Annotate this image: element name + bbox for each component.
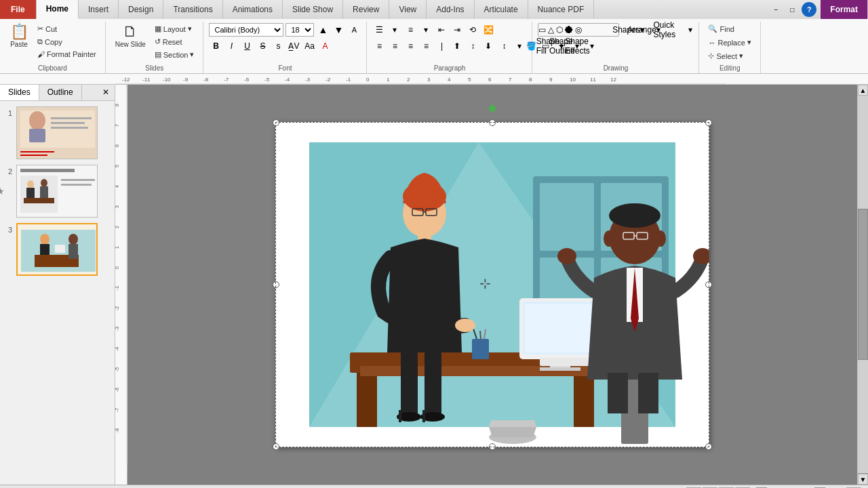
svg-rect-43: [24, 198, 54, 203]
text-direction-button[interactable]: ⟲: [466, 23, 479, 37]
minimize-button[interactable]: −: [769, 3, 783, 16]
reset-button[interactable]: ↺ Reset: [151, 36, 198, 47]
decrease-font-button[interactable]: ▼: [332, 23, 345, 37]
shadow-button[interactable]: s: [271, 39, 285, 53]
cut-button[interactable]: ✂ Cut: [34, 23, 100, 35]
handle-middle-right[interactable]: [705, 281, 712, 288]
format-painter-icon: 🖌: [37, 50, 45, 58]
slide-item-1[interactable]: 1: [3, 106, 112, 159]
tab-animations[interactable]: Animations: [223, 0, 283, 19]
restore-button[interactable]: □: [785, 3, 799, 16]
scrollbar-vertical[interactable]: ▲ ▼: [857, 85, 868, 485]
svg-text:-11: -11: [142, 77, 151, 83]
select-button[interactable]: ⊹ Select▾: [705, 50, 747, 62]
quick-styles-button[interactable]: Quick Styles▾: [652, 23, 693, 37]
star-icon: ★: [0, 186, 5, 197]
svg-text:3: 3: [427, 77, 431, 83]
tab-slides[interactable]: Slides: [0, 85, 39, 100]
bullets-button[interactable]: ☰: [372, 23, 386, 37]
close-panel-button[interactable]: ✕: [97, 85, 115, 100]
clear-formatting-button[interactable]: A: [347, 23, 361, 37]
numbering-dropdown[interactable]: ▾: [419, 23, 433, 37]
tab-review[interactable]: Review: [343, 0, 389, 19]
tab-transitions[interactable]: Transitions: [163, 0, 222, 19]
new-slide-button[interactable]: 🗋 New Slide: [111, 23, 150, 49]
svg-rect-124: [608, 373, 628, 413]
line-spacing-dropdown[interactable]: ▾: [513, 39, 526, 53]
align-center-button[interactable]: ≡: [388, 39, 401, 53]
convert-smartart-button[interactable]: 🔀: [481, 23, 495, 37]
handle-top-right[interactable]: [705, 119, 712, 126]
svg-rect-32: [51, 122, 85, 124]
align-right-button[interactable]: ≡: [403, 39, 417, 53]
svg-text:-4: -4: [285, 77, 290, 83]
layout-button[interactable]: ▦ Layout ▾: [151, 23, 198, 35]
svg-text:-10: -10: [163, 77, 171, 83]
shape-effects-button[interactable]: ✦ Shape Effects▾: [569, 39, 583, 53]
paste-button[interactable]: 📋 Paste: [5, 23, 33, 49]
tab-design[interactable]: Design: [119, 0, 163, 19]
strikethrough-button[interactable]: S: [256, 39, 269, 53]
slide-thumb-2[interactable]: [16, 165, 98, 218]
handle-top-center[interactable]: [489, 119, 496, 126]
find-button[interactable]: 🔍 Find: [705, 23, 737, 35]
underline-button[interactable]: U: [240, 39, 254, 53]
font-name-select[interactable]: Calibri (Body): [209, 23, 283, 37]
align-left-button[interactable]: ≡: [372, 39, 386, 53]
tab-outline[interactable]: Outline: [39, 85, 82, 100]
canvas-area[interactable]: ⊹: [127, 85, 857, 485]
col-separator: |: [435, 39, 448, 53]
increase-indent-button[interactable]: ⇥: [450, 23, 464, 37]
slide-item-3[interactable]: 3: [3, 223, 112, 276]
align-top-button[interactable]: ⬆: [450, 39, 464, 53]
line-spacing-button[interactable]: ↕: [497, 39, 511, 53]
svg-text:-8: -8: [115, 428, 119, 432]
copy-button[interactable]: ⧉ Copy: [34, 36, 100, 47]
tab-file[interactable]: File: [0, 0, 37, 19]
handle-bottom-center[interactable]: [489, 443, 496, 450]
font-color-button[interactable]: A: [318, 39, 332, 53]
bold-button[interactable]: B: [209, 39, 222, 53]
change-case-button[interactable]: Aa: [302, 39, 316, 53]
tab-articulate[interactable]: Articulate: [475, 0, 528, 19]
tab-nuance[interactable]: Nuance PDF: [528, 0, 595, 19]
align-bottom-button[interactable]: ⬇: [481, 39, 495, 53]
svg-text:-1: -1: [346, 77, 351, 83]
scrollbar-thumb[interactable]: [858, 209, 868, 360]
handle-rotate[interactable]: [489, 105, 496, 112]
scrollbar-track[interactable]: [858, 96, 868, 473]
slide-item-2[interactable]: 2 ★: [3, 165, 112, 218]
handle-top-left[interactable]: [273, 119, 279, 126]
tab-view[interactable]: View: [389, 0, 427, 19]
svg-rect-30: [29, 129, 45, 142]
tab-format[interactable]: Format: [821, 0, 868, 19]
handle-bottom-right[interactable]: [705, 443, 712, 450]
decrease-indent-button[interactable]: ⇤: [435, 23, 448, 37]
slide-thumb-1[interactable]: [16, 106, 98, 159]
shapes-gallery[interactable]: ▭△⬡⯄◎: [538, 23, 619, 37]
replace-button[interactable]: ↔ Replace▾: [705, 37, 754, 48]
help-button[interactable]: ?: [802, 2, 816, 17]
italic-button[interactable]: I: [224, 39, 238, 53]
char-spacing-button[interactable]: A̲V: [287, 39, 300, 53]
tab-addins[interactable]: Add-Ins: [427, 0, 474, 19]
font-size-select[interactable]: 18: [285, 23, 314, 37]
format-painter-button[interactable]: 🖌 Format Painter: [34, 49, 100, 60]
arrange-button[interactable]: Arrange▾: [637, 23, 650, 37]
align-middle-button[interactable]: ↕: [466, 39, 479, 53]
svg-rect-105: [425, 346, 441, 413]
svg-text:6: 6: [488, 77, 492, 83]
tab-home[interactable]: Home: [37, 0, 79, 19]
justify-button[interactable]: ≡: [419, 39, 433, 53]
tab-insert[interactable]: Insert: [79, 0, 119, 19]
handle-bottom-left[interactable]: [273, 443, 279, 450]
scroll-up-button[interactable]: ▲: [858, 85, 868, 96]
section-button[interactable]: ▤ Section ▾: [151, 49, 198, 60]
bullets-dropdown[interactable]: ▾: [388, 23, 401, 37]
slide-thumb-3[interactable]: [16, 223, 98, 276]
numbering-button[interactable]: ≡: [403, 23, 417, 37]
scroll-down-button[interactable]: ▼: [858, 474, 868, 485]
tab-slideshow[interactable]: Slide Show: [283, 0, 343, 19]
handle-middle-left[interactable]: [273, 281, 279, 288]
increase-font-button[interactable]: ▲: [316, 23, 330, 37]
